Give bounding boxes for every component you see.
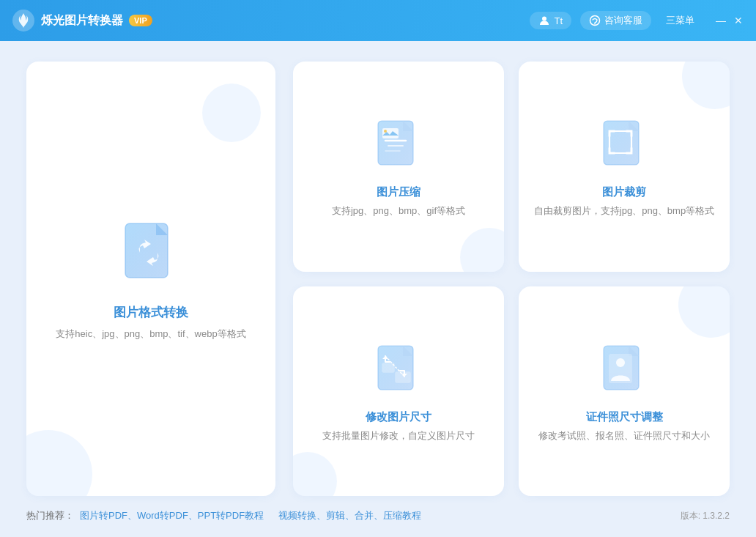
crop-desc: 自由裁剪图片，支持jpg、png、bmp等格式 bbox=[534, 204, 714, 218]
minimize-button[interactable]: — bbox=[715, 15, 727, 26]
resize-title: 修改图片尺寸 bbox=[366, 410, 431, 424]
crop-icon bbox=[598, 115, 651, 174]
title-bar-controls: Tt 咨询客服 三菜单 — ✕ bbox=[530, 11, 744, 30]
app-logo bbox=[12, 9, 35, 32]
hot-link-2[interactable]: 视频转换、剪辑、合并、压缩教程 bbox=[278, 509, 421, 522]
deco-circle-2 bbox=[202, 84, 261, 142]
app-name: 烁光图片转换器 bbox=[41, 13, 123, 29]
svg-point-25 bbox=[616, 358, 625, 367]
cards-area: 图片格式转换 支持heic、jpg、png、bmp、tif、webp等格式 bbox=[26, 62, 730, 496]
deco-circle-1 bbox=[26, 430, 92, 496]
svg-rect-12 bbox=[382, 128, 399, 138]
title-bar: 烁光图片转换器 VIP Tt 咨询客服 三菜单 — ✕ bbox=[0, 0, 756, 41]
crop-title: 图片裁剪 bbox=[602, 185, 646, 199]
hot-link-1[interactable]: 图片转PDF、Word转PDF、PPT转PDF教程 bbox=[80, 509, 264, 522]
idphoto-icon bbox=[598, 340, 651, 399]
compress-title: 图片压缩 bbox=[377, 185, 420, 199]
format-convert-title: 图片格式转换 bbox=[114, 304, 188, 321]
deco-c1 bbox=[460, 228, 504, 272]
user-button[interactable]: Tt bbox=[530, 12, 571, 29]
deco-c2 bbox=[682, 62, 730, 109]
user-label: Tt bbox=[554, 15, 563, 26]
idphoto-title: 证件照尺寸调整 bbox=[586, 410, 663, 424]
crop-card[interactable]: 图片裁剪 自由裁剪图片，支持jpg、png、bmp等格式 bbox=[519, 62, 730, 272]
deco-c3 bbox=[293, 452, 337, 496]
right-grid: 图片压缩 支持jpg、png、bmp、gif等格式 bbox=[293, 62, 730, 496]
format-convert-desc: 支持heic、jpg、png、bmp、tif、webp等格式 bbox=[56, 327, 245, 341]
format-convert-icon bbox=[118, 216, 184, 289]
compress-desc: 支持jpg、png、bmp、gif等格式 bbox=[332, 204, 465, 218]
consult-label: 咨询客服 bbox=[604, 14, 642, 27]
svg-point-13 bbox=[384, 130, 387, 133]
deco-c4 bbox=[678, 286, 730, 338]
compress-icon bbox=[372, 115, 425, 174]
svg-rect-6 bbox=[125, 223, 168, 278]
svg-rect-20 bbox=[382, 363, 394, 372]
compress-card[interactable]: 图片压缩 支持jpg、png、bmp、gif等格式 bbox=[293, 62, 504, 272]
hot-label: 热门推荐： bbox=[26, 509, 74, 522]
window-controls: — ✕ bbox=[715, 15, 744, 26]
svg-rect-21 bbox=[396, 372, 410, 382]
resize-icon bbox=[372, 340, 425, 399]
consult-icon bbox=[589, 15, 601, 26]
menu-button[interactable]: 三菜单 bbox=[660, 11, 700, 30]
user-icon bbox=[538, 15, 550, 26]
resize-desc: 支持批量图片修改，自定义图片尺寸 bbox=[322, 429, 475, 443]
idphoto-desc: 修改考试照、报名照、证件照尺寸和大小 bbox=[538, 429, 710, 443]
menu-label: 三菜单 bbox=[666, 15, 694, 26]
format-convert-card[interactable]: 图片格式转换 支持heic、jpg、png、bmp、tif、webp等格式 bbox=[26, 62, 275, 496]
version-info: 版本: 1.3.2.2 bbox=[681, 510, 730, 522]
resize-card[interactable]: 修改图片尺寸 支持批量图片修改，自定义图片尺寸 bbox=[293, 286, 504, 497]
close-button[interactable]: ✕ bbox=[733, 15, 744, 26]
bottom-bar: 热门推荐： 图片转PDF、Word转PDF、PPT转PDF教程 视频转换、剪辑、… bbox=[26, 509, 730, 522]
vip-badge: VIP bbox=[129, 15, 152, 26]
idphoto-card[interactable]: 证件照尺寸调整 修改考试照、报名照、证件照尺寸和大小 bbox=[519, 286, 730, 497]
svg-point-3 bbox=[594, 25, 595, 26]
consult-button[interactable]: 咨询客服 bbox=[580, 11, 651, 30]
main-content: 图片格式转换 支持heic、jpg、png、bmp、tif、webp等格式 bbox=[0, 41, 756, 537]
svg-point-1 bbox=[542, 17, 546, 21]
